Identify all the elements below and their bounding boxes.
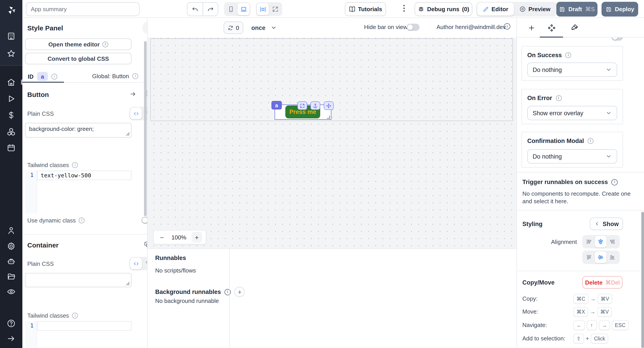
confirmation-modal-select[interactable]: Do nothing	[527, 149, 617, 164]
draft-label: Draft	[568, 6, 582, 12]
folders-icon[interactable]	[7, 272, 16, 281]
convert-to-global-css-button[interactable]: Convert to global CSS	[25, 53, 132, 64]
tab-id[interactable]: ID a	[28, 72, 57, 81]
style-panel-scrollbar[interactable]	[144, 41, 147, 216]
windmill-logo[interactable]	[7, 5, 16, 14]
delete-label: Delete	[585, 279, 602, 286]
resources-icon[interactable]	[7, 127, 16, 136]
delete-button[interactable]: Delete ⌘Del	[582, 276, 622, 289]
on-success-select[interactable]: Do nothing	[527, 63, 617, 77]
kbd-arrow-up: ↑	[586, 320, 597, 330]
code-mode-icon[interactable]	[130, 258, 142, 269]
confirmation-modal-value: Do nothing	[533, 153, 562, 160]
hide-bar-label: Hide bar on view	[364, 24, 408, 30]
debug-runs-label: Debug runs	[427, 6, 459, 12]
hide-bar-toggle[interactable]	[406, 24, 420, 31]
schedules-calendar-icon[interactable]	[7, 143, 16, 152]
info-icon	[588, 138, 594, 144]
tailwind-editor[interactable]: 1	[25, 321, 132, 348]
resize-handle-icon[interactable]	[326, 115, 330, 119]
home-icon[interactable]	[7, 78, 16, 87]
component-settings-tab[interactable]	[546, 22, 557, 33]
styling-show-button[interactable]: Show	[590, 217, 623, 230]
runs-icon[interactable]	[7, 94, 16, 103]
copy-label: Copy:	[522, 295, 538, 302]
jump-to-component-icon[interactable]	[130, 91, 136, 97]
styling-tab[interactable]	[569, 22, 580, 33]
insert-component-tab[interactable]	[526, 22, 537, 33]
fullscreen-canvas-button[interactable]	[269, 3, 281, 15]
mobile-view-button[interactable]	[225, 3, 237, 15]
align-right-button[interactable]	[606, 236, 618, 247]
align-center-button[interactable]	[595, 236, 606, 247]
refresh-counter-button[interactable]: 0	[224, 21, 243, 34]
open-theme-editor-button[interactable]: Open theme editor	[25, 38, 132, 50]
collapse-arrow-icon[interactable]	[7, 334, 16, 343]
move-shortcut-row: Move: ⌘X → ⌘V	[522, 308, 642, 315]
use-dynamic-class-toggle[interactable]	[141, 217, 148, 224]
tailwind-editor[interactable]: 1 text-yellow-500	[25, 171, 132, 213]
anchor-handle[interactable]	[310, 101, 320, 110]
preview-tab[interactable]: Preview	[514, 3, 556, 16]
copy-section-icon[interactable]	[144, 241, 148, 248]
audit-eye-icon[interactable]	[7, 287, 16, 296]
style-scope-tabs: ID a Global: Button	[22, 71, 148, 83]
arrow-right-glyph: →	[590, 296, 596, 302]
run-mode-value: once	[251, 24, 266, 31]
chevron-down-icon	[270, 24, 276, 31]
tab-global-button[interactable]: Global: Button	[92, 73, 138, 80]
container-section-title: Container	[27, 241, 58, 249]
app-summary-input[interactable]	[26, 2, 140, 16]
align-middle-button[interactable]	[595, 251, 606, 263]
right-panel-content: On Success Do nothing On Error Show erro…	[517, 37, 644, 348]
zoom-out-button[interactable]: −	[158, 233, 166, 241]
tailwind-classes-label: Tailwind classes	[27, 312, 69, 319]
author-label: Author henri@windmill.dev	[436, 24, 506, 30]
redo-button[interactable]	[202, 3, 218, 16]
favorites-star-icon[interactable]	[7, 49, 16, 58]
info-icon	[566, 52, 571, 58]
align-left-button[interactable]	[583, 236, 595, 247]
tailwind-code-line[interactable]	[37, 321, 132, 331]
confirmation-modal-card: Confirmation Modal Do nothing	[522, 132, 623, 168]
editor-tab[interactable]: Editor	[477, 3, 514, 16]
paint-mode-icon[interactable]	[142, 258, 148, 269]
editor-preview-toggle: Editor Preview	[476, 2, 556, 16]
workspace-icon[interactable]	[7, 32, 16, 41]
right-panel-scrollbar[interactable]	[641, 212, 644, 348]
canvas-area[interactable]: a Press me − 100% +	[148, 37, 516, 248]
more-menu-button[interactable]	[400, 3, 408, 12]
plain-css-textarea[interactable]: background-color: green;	[25, 123, 132, 138]
copy-move-title: Copy/Move	[522, 279, 554, 286]
draft-button[interactable]: Draft ⌘S	[556, 2, 598, 16]
center-canvas-button[interactable]	[257, 3, 269, 15]
tailwind-code-line[interactable]: text-yellow-500	[37, 171, 132, 180]
expand-handle[interactable]	[298, 101, 307, 110]
align-bottom-button[interactable]	[606, 251, 618, 263]
zoom-in-button[interactable]: +	[192, 232, 202, 243]
deploy-button[interactable]: Deploy	[602, 2, 638, 16]
tailwind-label-row: Tailwind classes	[27, 162, 78, 169]
close-style-panel-button[interactable]	[142, 21, 148, 34]
code-mode-icon[interactable]	[130, 108, 142, 119]
add-background-runnable-button[interactable]	[234, 287, 245, 297]
move-handle[interactable]	[324, 101, 334, 110]
scrolled-toggle-partial[interactable]	[611, 37, 623, 41]
desktop-view-button[interactable]	[238, 3, 250, 15]
editor-label: Editor	[492, 6, 508, 12]
run-mode-dropdown[interactable]: once	[251, 21, 276, 34]
debug-runs-button[interactable]: Debug runs (0)	[414, 2, 472, 16]
align-top-button[interactable]	[583, 251, 595, 263]
variables-icon[interactable]	[7, 111, 16, 120]
section-divider	[517, 271, 644, 271]
resize-handle-icon[interactable]	[126, 282, 130, 285]
undo-button[interactable]	[188, 3, 202, 16]
on-error-select[interactable]: Show error overlay	[527, 106, 617, 120]
user-icon[interactable]	[7, 226, 16, 235]
tutorials-button[interactable]: Tutorials	[345, 2, 386, 16]
plain-css-textarea[interactable]	[25, 273, 132, 287]
resize-handle-icon[interactable]	[126, 132, 130, 136]
workers-robot-icon[interactable]	[7, 257, 16, 266]
settings-gear-icon[interactable]	[7, 242, 16, 251]
help-icon[interactable]	[7, 319, 16, 328]
